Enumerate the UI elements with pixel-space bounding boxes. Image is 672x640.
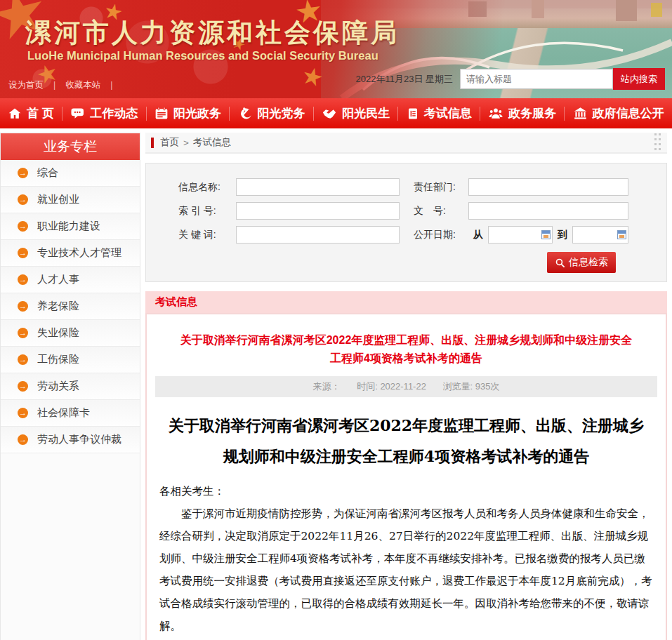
nav-divider [62,107,62,121]
calendar-icon [154,107,169,121]
meta-views-value: 935次 [475,381,500,392]
nav-divider [564,107,565,121]
exam-doc-icon [407,107,419,121]
arrow-circle-icon [18,301,28,312]
sidebar-item-label: 就业创业 [37,193,79,206]
arrow-circle-icon [18,221,28,232]
sidebar-item-labor-arbitration[interactable]: 劳动人事争议仲裁 [1,427,140,453]
arrow-circle-icon [18,408,28,418]
banner-links: 设为首页|收藏本站| [8,79,123,91]
article-link-title[interactable]: 关于取消举行河南省漯河考区2022年度监理工程师、出版、注册城乡规划师和中级注册… [179,331,633,368]
doc-number-input[interactable] [468,202,628,220]
nav-item-party[interactable]: 阳光党务 [238,105,305,121]
sidebar-item-labor-relations[interactable]: 劳动关系 [1,373,140,400]
sidebar-item-label: 劳动人事争议仲裁 [37,433,121,446]
sidebar-item-talent-personnel[interactable]: 人才人事 [1,267,140,293]
article: 关于取消举行河南省漯河考区2022年度监理工程师、出版、注册城乡规划师和中级注册… [145,313,667,640]
nav-label: 考试信息 [424,105,472,121]
nav-divider [480,107,480,121]
nav-item-services[interactable]: 政务服务 [488,105,556,121]
sidebar-item-vocational-skills[interactable]: 职业能力建设 [1,213,140,240]
main-content: 首页 > 考试信息 信息名称: 责任部门: 索 引 号: 文 号: [145,133,667,640]
info-search-form: 信息名称: 责任部门: 索 引 号: 文 号: 关 键 词: 公 [145,163,667,282]
nav-item-exam-info[interactable]: 考试信息 [407,105,472,121]
meta-time-value: 2022-11-22 [380,381,426,392]
sidebar-item-pension[interactable]: 养老保险 [1,293,140,320]
sidebar-item-label: 社会保障卡 [37,406,90,420]
article-paragraph: 鉴于漯河市近期疫情防控形势，为保证河南省漯河考区报考人员和考务人员身体健康和生命… [159,502,653,637]
keyword-input[interactable] [236,226,400,244]
nav-divider [313,107,314,121]
arrow-circle-icon [18,434,28,445]
nav-label: 首 页 [27,105,54,121]
index-number-input[interactable] [236,202,400,220]
article-phone: 咨询电话：0395-3132801 [159,637,653,640]
article-salutation: 各相关考生： [159,480,653,502]
nav-label: 阳光民生 [342,105,390,121]
drag-handle-icon [654,133,661,152]
article-body: 各相关考生： 鉴于漯河市近期疫情防控形势，为保证河南省漯河考区报考人员和考务人员… [159,480,653,640]
nav-item-gov-affairs[interactable]: 阳光政务 [154,105,221,121]
sidebar-item-unemployment[interactable]: 失业保险 [1,320,140,347]
arrow-circle-icon [18,194,28,205]
nav-label: 政务服务 [508,105,556,121]
calendar-picker-icon[interactable] [617,230,626,239]
divider: | [53,80,55,90]
breadcrumb-current: 考试信息 [193,136,231,149]
page-body: 业务专栏 综合 就业创业 职业能力建设 专业技术人才管理 人才人事 养老保险 失… [0,128,672,640]
favorite-link[interactable]: 收藏本站 [65,80,100,90]
section-title: 考试信息 [145,291,667,313]
site-search-input[interactable] [460,69,613,89]
nav-label: 阳光党务 [258,105,305,121]
arrow-circle-icon [18,168,28,178]
nav-item-gov-info[interactable]: 政府信息公开 [573,105,664,121]
article-heading: 关于取消举行河南省漯河考区2022年度监理工程师、出版、注册城乡规划师和中级注册… [161,410,652,472]
breadcrumb-home-link[interactable]: 首页 [160,136,179,149]
home-icon [8,107,22,121]
date-from-label: 从 [473,229,483,241]
nav-item-news[interactable]: 工作动态 [71,105,138,121]
arrow-circle-icon [18,381,28,392]
nav-item-livelihood[interactable]: 阳光民生 [322,105,390,121]
nav-divider [397,107,398,121]
sidebar-item-comprehensive[interactable]: 综合 [1,160,140,187]
field-label-date: 公开日期: [414,229,468,241]
arrow-circle-icon [18,328,28,338]
field-label-keyword: 关 键 词: [178,229,236,241]
nav-label: 政府信息公开 [593,105,664,121]
nav-label: 工作动态 [91,105,138,121]
sidebar-item-work-injury[interactable]: 工伤保险 [1,347,140,373]
site-title: 漯河市人力资源和社会保障局 [25,15,400,51]
sidebar-item-employment[interactable]: 就业创业 [1,187,140,213]
field-label-name: 信息名称: [178,181,236,194]
nav-divider [229,107,230,121]
sidebar-item-label: 职业能力建设 [37,220,100,233]
nav-label: 阳光政务 [173,105,221,121]
sidebar-item-social-security-card[interactable]: 社会保障卡 [1,400,140,427]
divider: | [110,80,112,90]
sidebar-item-label: 劳动关系 [37,380,79,393]
site-search-button[interactable]: 站内搜索 [613,68,665,90]
calendar-picker-icon[interactable] [541,230,551,239]
responsible-dept-input[interactable] [468,178,628,196]
people-icon [488,107,503,121]
breadcrumb-marker [151,138,154,148]
info-search-button[interactable]: 信息检索 [547,252,616,273]
set-home-link[interactable]: 设为首页 [8,80,44,90]
magnifier-icon [555,258,565,268]
field-label-index: 索 引 号: [178,205,236,218]
main-nav: 首 页 工作动态 阳光政务 阳光党务 阳光民生 考试信息 政务服务 政府信息公开 [0,98,672,128]
meta-views-label: 浏览量: [443,381,473,392]
breadcrumb-separator: > [183,138,189,148]
meta-time-label: 时间: [357,381,378,392]
nav-item-home[interactable]: 首 页 [8,105,54,121]
top-toolbar: 2022年11月23日 星期三 站内搜索 [356,68,666,90]
meta-source-label: 来源： [313,381,341,392]
breadcrumb: 首页 > 考试信息 [145,133,667,154]
field-label-doc: 文 号: [414,205,468,218]
info-name-input[interactable] [236,178,400,196]
info-search-button-label: 信息检索 [569,256,608,269]
sidebar-item-label: 失业保险 [37,326,79,340]
sidebar-item-professional-talent[interactable]: 专业技术人才管理 [1,240,140,267]
sidebar-item-label: 工伤保险 [37,353,79,366]
